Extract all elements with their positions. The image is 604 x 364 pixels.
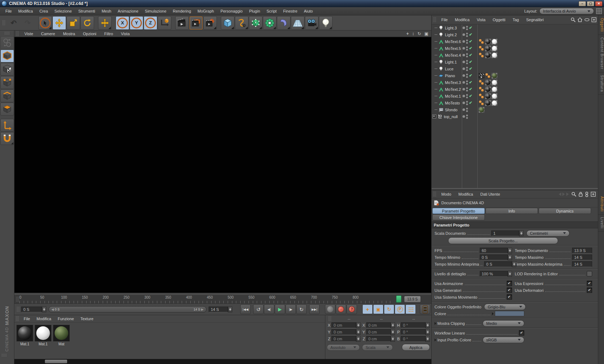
fps-field[interactable]: 60 [480,248,508,253]
coordinates-grip[interactable] [328,316,331,322]
side-tab-oggetti[interactable]: Oggetti [598,15,604,35]
object-row-motesto[interactable]: MoTesto ✔ [432,99,598,106]
object-row-light2[interactable]: Light.2 ✔ [432,31,598,38]
home-icon[interactable] [577,17,582,22]
visibility-dots[interactable] [466,60,468,64]
rotation-b-stepper[interactable] [426,336,430,342]
texture-tag-icon[interactable] [485,93,491,99]
viewport-pan-icon[interactable]: + [406,31,409,36]
layer-dot[interactable] [463,33,465,36]
om-menu-file[interactable]: File [438,18,451,22]
side-tab-attributi[interactable]: Attributi [598,194,604,215]
texture-mode-button[interactable] [0,63,14,76]
visibility-dots[interactable] [466,33,468,37]
tempo-minimo-anteprima-stepper[interactable] [512,261,516,267]
material-name[interactable]: Mat.1 [35,342,51,346]
enable-check[interactable]: ✔ [469,60,472,64]
object-row-motext5[interactable]: MoText.5 ✔ [432,45,598,52]
lock-z-axis-button[interactable]: Z [144,16,157,30]
phong-tag-icon[interactable] [479,52,484,58]
section-header[interactable]: Parametri Progetto [432,221,598,228]
position-y-stepper[interactable] [356,329,361,335]
texture-tag-icon[interactable] [485,39,491,45]
menu-personaggio[interactable]: Personaggio [217,9,246,13]
object-row-luce[interactable]: Luce ✔ [432,65,598,72]
key-pla-toggle[interactable] [405,304,416,314]
position-y-field[interactable]: 0 cm [331,329,356,335]
keyframe-selection-button[interactable]: ? [347,304,357,314]
material-menu-texture[interactable]: Texture [77,317,97,321]
visibility-dots[interactable] [466,115,468,119]
side-tab-livelli[interactable]: Livelli [598,215,604,232]
enable-check[interactable]: ✔ [469,25,472,30]
object-row-sfondo[interactable]: Sfondo [432,106,598,113]
object-row-motext2[interactable]: MoText.2 ✔ [432,86,598,93]
usa-espressioni-checkbox[interactable]: ✔ [587,281,592,286]
material-name[interactable]: Mat.1 [17,342,33,346]
fps-stepper[interactable] [508,248,512,253]
material-preview[interactable] [53,325,70,341]
om-menu-vista[interactable]: Vista [473,18,489,22]
viewport-menu-mostra[interactable]: Mostra [59,32,79,36]
viewport-menu-vista[interactable]: Vista [117,32,134,36]
visibility-dots[interactable] [466,26,468,30]
tempo-documento-field[interactable]: 13.9 S [572,248,592,253]
scala-progetto-button[interactable]: Scala Progetto... [448,237,558,244]
close-button[interactable]: ✕ [595,1,603,6]
current-frame-field[interactable]: 0 S [21,307,42,312]
layer-dot[interactable] [463,74,465,77]
add-panel-icon[interactable] [591,192,596,197]
material-menu-file[interactable]: File [20,317,33,321]
last-tool-button[interactable] [98,16,112,30]
corner-grip[interactable] [1,354,7,357]
menu-selezione[interactable]: Selezione [51,9,75,13]
autokey-button[interactable]: ◦ [336,304,346,314]
menu-aiuto[interactable]: Aiuto [301,9,316,13]
side-tab-struttura[interactable]: Struttura [598,73,604,95]
add-camera-button[interactable] [305,16,319,30]
enable-check[interactable]: ✔ [469,80,472,85]
rotation-b-field[interactable]: 0 ° [401,336,426,342]
move-tool-button[interactable] [52,16,66,30]
tempo-massimo-anteprima-field[interactable]: 14 S [572,261,592,267]
position-z-field[interactable]: 0 cm [331,336,356,342]
expand-icon[interactable] [432,115,436,118]
object-row-motext6[interactable]: MoText.6 ✔ [432,38,598,45]
viewport-menu-viste[interactable]: Viste [20,32,37,36]
timeline-range-slider[interactable]: ◀ 0 S 14 S ▶ [48,306,206,313]
menu-plugin[interactable]: Plugin [246,9,264,13]
colore-oggetto-dropdown[interactable]: Grigio-Blu [484,304,526,310]
tab-info[interactable]: Info [485,208,538,214]
tempo-minimo-stepper[interactable] [508,255,512,260]
material-menu-modifica[interactable]: Modifica [33,317,55,321]
livello-dettaglio-field[interactable]: 100 % [480,271,508,277]
object-row-light1[interactable]: Light.1 ✔ [432,59,598,65]
phong-tag-icon[interactable] [479,39,484,45]
scale-tool-button[interactable] [66,16,80,30]
texture-tag-icon[interactable] [492,39,497,45]
object-row-light3[interactable]: Light.3 ✔ [432,24,598,31]
toolbar-grip[interactable] [4,32,10,35]
visibility-dots[interactable] [466,108,468,112]
menu-script[interactable]: Script [263,9,280,13]
enable-check[interactable]: ✔ [469,53,472,57]
compositing-tag-icon[interactable] [479,73,484,78]
layer-dot[interactable] [463,54,465,56]
goto-start-button[interactable]: |◀◀ [240,304,251,314]
object-row-top-null[interactable]: top_null [432,113,598,120]
object-row-motext4[interactable]: MoText.4 ✔ [432,52,598,59]
coordinate-system-button[interactable] [158,16,171,30]
make-editable-button[interactable] [0,36,14,49]
enable-check[interactable]: ✔ [469,66,472,71]
position-x-field[interactable]: 0 cm [331,322,356,328]
end-time-field[interactable]: 14 S [209,307,228,312]
object-row-piano[interactable]: Piano ✔ [432,72,598,79]
rotation-p-stepper[interactable] [426,329,430,335]
visibility-dots[interactable] [466,46,468,51]
object-row-motext1[interactable]: MoText.1 ✔ [432,93,598,99]
usa-sistema-movimento-checkbox[interactable]: ✔ [507,294,512,300]
object-manager-grip[interactable] [433,17,436,23]
enable-check[interactable]: ✔ [469,101,472,105]
current-frame-stepper[interactable] [42,307,46,312]
render-settings-button[interactable] [203,16,217,30]
